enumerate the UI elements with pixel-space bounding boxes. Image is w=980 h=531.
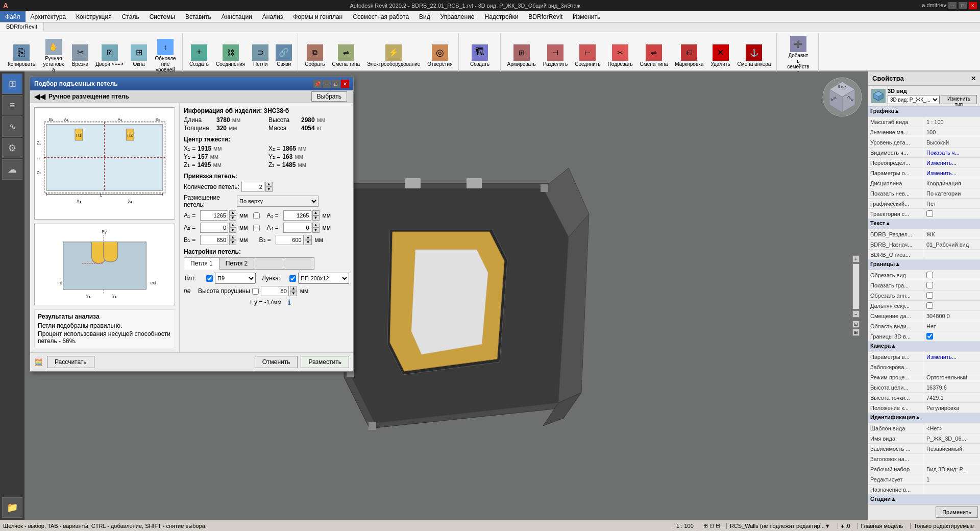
a1-spin[interactable]: ▲ ▼ xyxy=(200,210,236,221)
tab-loop3[interactable] xyxy=(254,257,284,270)
a1-up-btn[interactable]: ▲ xyxy=(229,210,236,215)
type-checkbox[interactable] xyxy=(206,275,213,282)
3d-bounds-checkbox[interactable] xyxy=(926,333,933,340)
menu-insert[interactable]: Вставить xyxy=(180,11,216,22)
ribbon-btn-change-type2[interactable]: ⇌ Смена типа xyxy=(638,43,671,68)
back-icon[interactable]: ◀◀ xyxy=(34,92,45,101)
lunka-select[interactable]: ПП-200х12 xyxy=(298,273,349,284)
a3-input[interactable] xyxy=(200,223,228,233)
sidebar-tool-2[interactable]: ≡ xyxy=(2,95,22,115)
ribbon-btn-windows[interactable]: ⊞ Окна xyxy=(128,43,150,68)
a2-down-btn[interactable]: ▼ xyxy=(312,215,320,221)
ribbon-btn-loops[interactable]: ⊃ Петли xyxy=(250,43,271,68)
dialog-pin-btn[interactable]: 📌 xyxy=(313,80,322,88)
a4-input[interactable] xyxy=(283,223,311,233)
ribbon-btn-marking[interactable]: 🏷 Маркировка xyxy=(672,43,706,68)
a3-checkbox[interactable] xyxy=(253,225,260,231)
ribbon-btn-trim[interactable]: ✂ Подрезать xyxy=(605,43,635,68)
ribbon-btn-doors[interactable]: ⚿ Двери <==> xyxy=(93,43,126,68)
menu-collab[interactable]: Совместная работа xyxy=(348,11,414,22)
b2-up-btn[interactable]: ▲ xyxy=(305,235,312,240)
count-input[interactable] xyxy=(241,182,264,192)
a2-up-btn[interactable]: ▲ xyxy=(312,210,320,215)
dialog-minimize-btn[interactable]: ─ xyxy=(323,80,331,88)
close-button[interactable]: ✕ xyxy=(969,2,977,9)
place-button[interactable]: Разместить xyxy=(301,356,349,368)
a4-spin[interactable]: ▲ ▼ xyxy=(283,223,320,233)
lunka-checkbox[interactable] xyxy=(289,275,296,282)
edit-type-button[interactable]: Изменить тип xyxy=(941,95,977,104)
ribbon-btn-reinforce[interactable]: ⊞ Армировать xyxy=(505,43,538,68)
ribbon-btn-manual[interactable]: ✋ Ручная установка xyxy=(40,37,67,74)
he-spin[interactable]: ▲ ▼ xyxy=(261,286,297,296)
a3-spin[interactable]: ▲ ▼ xyxy=(200,223,236,233)
type-select-dropdown[interactable]: 3D вид: Р_ЖК_... xyxy=(888,95,940,104)
ribbon-btn-change-anchor[interactable]: ⚓ Смена анкера xyxy=(735,43,774,68)
dialog-maximize-btn[interactable]: □ xyxy=(332,80,340,88)
trajectory-checkbox[interactable] xyxy=(926,210,933,217)
he-checkbox[interactable] xyxy=(252,288,259,295)
b1-up-btn[interactable]: ▲ xyxy=(229,235,236,240)
menu-view[interactable]: Вид xyxy=(414,11,435,22)
cancel-button[interactable]: Отменить xyxy=(255,356,298,368)
menu-annotations[interactable]: Аннотации xyxy=(216,11,257,22)
menu-modify[interactable]: Изменить xyxy=(568,11,605,22)
crop-ann-checkbox[interactable] xyxy=(926,292,933,299)
properties-close-icon[interactable]: ✕ xyxy=(971,75,976,82)
zoom-region-btn[interactable]: ⊞ xyxy=(852,329,860,336)
ribbon-btn-split[interactable]: ⊣ Разделить xyxy=(541,43,570,68)
a3-up-btn[interactable]: ▲ xyxy=(229,223,236,228)
sidebar-tool-6[interactable]: 📁 xyxy=(2,497,22,518)
sidebar-tool-4[interactable]: ⚙ xyxy=(2,138,22,158)
minimize-button[interactable]: ─ xyxy=(948,2,957,9)
sidebar-tool-5[interactable]: ☁ xyxy=(2,159,22,180)
tab-loop2[interactable]: Петля 2 xyxy=(219,257,255,270)
editable-filter[interactable]: Только редактируемые xyxy=(910,523,977,529)
menu-manage[interactable]: Управление xyxy=(435,11,480,22)
a4-down-btn[interactable]: ▼ xyxy=(312,228,320,233)
b1-input[interactable] xyxy=(200,235,228,245)
zoom-in-btn[interactable]: + xyxy=(852,255,860,262)
zoom-scroll[interactable] xyxy=(852,263,860,309)
a1-input[interactable] xyxy=(200,210,228,221)
b1-down-btn[interactable]: ▼ xyxy=(229,240,236,245)
ribbon-btn-change-type[interactable]: ⇌ Смена типа xyxy=(329,43,362,68)
ribbon-btn-links[interactable]: 🔗 Связи xyxy=(273,43,295,68)
he-down-btn[interactable]: ▼ xyxy=(290,291,297,296)
count-up-btn[interactable]: ▲ xyxy=(265,182,273,187)
ribbon-btn-delete[interactable]: ✕ Удалить xyxy=(708,43,732,68)
a1-checkbox[interactable] xyxy=(253,212,260,219)
ribbon-btn-arch-create[interactable]: 🏗 Создать xyxy=(468,43,492,68)
sidebar-tool-3[interactable]: ∿ xyxy=(2,116,22,137)
b2-down-btn[interactable]: ▼ xyxy=(305,240,312,245)
he-up-btn[interactable]: ▲ xyxy=(290,286,297,291)
menu-addins[interactable]: Надстройки xyxy=(480,11,524,22)
menu-systems[interactable]: Системы xyxy=(144,11,180,22)
select-button[interactable]: Выбрать xyxy=(311,91,347,102)
ribbon-btn-update-levels[interactable]: ↕ Обновление уровней xyxy=(152,37,179,74)
count-spin[interactable]: ▲ ▼ xyxy=(241,182,273,192)
ribbon-btn-create[interactable]: + Создать xyxy=(187,43,211,68)
view-cube[interactable]: Верх Пер Бок xyxy=(822,77,863,117)
calculate-button[interactable]: Рассчитать xyxy=(47,356,94,368)
menu-construction[interactable]: Конструкция xyxy=(71,11,117,22)
workset-selector[interactable]: RCS_Walls (не подлежит редактир...▼ xyxy=(726,523,834,529)
he-input[interactable] xyxy=(261,286,289,296)
dialog-close-btn[interactable]: ✕ xyxy=(341,80,349,88)
ribbon-btn-add-family[interactable]: ➕ Добавить семейство xyxy=(785,34,812,77)
info-icon[interactable]: ℹ xyxy=(288,298,290,306)
apply-button[interactable]: Применить xyxy=(936,506,978,518)
ribbon-btn-openings[interactable]: ◎ Отверстия xyxy=(425,43,455,68)
far-clip-checkbox[interactable] xyxy=(926,302,933,309)
a3-down-btn[interactable]: ▼ xyxy=(229,228,236,233)
menu-analysis[interactable]: Анализ xyxy=(257,11,288,22)
a2-spin[interactable]: ▲ ▼ xyxy=(283,210,320,221)
show-crop-checkbox[interactable] xyxy=(926,282,933,288)
dialog-title-bar[interactable]: Подбор подъемных петель 📌 ─ □ ✕ xyxy=(30,77,353,90)
count-down-btn[interactable]: ▼ xyxy=(265,187,273,192)
ribbon-btn-assemble[interactable]: ⧉ Собрать xyxy=(302,43,327,68)
a1-down-btn[interactable]: ▼ xyxy=(229,215,236,221)
placement-select[interactable]: По верху По низу По центру xyxy=(237,196,318,207)
ribbon-tab-active[interactable]: BDRforRevit xyxy=(0,22,44,32)
detail-level-icons[interactable]: ⊞ ⊡ ⊟ xyxy=(701,522,722,529)
